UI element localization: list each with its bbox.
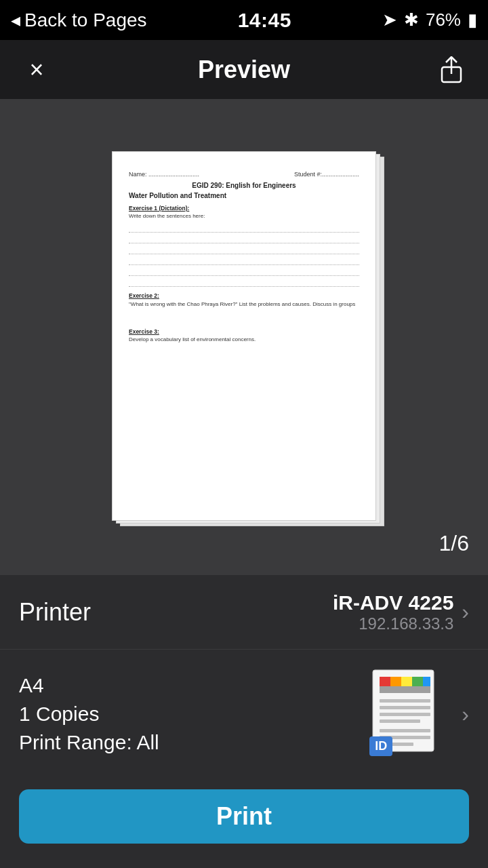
doc-line-6	[129, 276, 359, 287]
doc-exercise2-underline: Exercise 2:	[129, 292, 159, 299]
doc-exercise1-label: Exercise 1 (Dictation):	[129, 205, 359, 212]
id-badge: ID	[369, 736, 392, 756]
preview-area: Name: .............................. Stu…	[0, 100, 488, 575]
status-bar: ◂ Back to Pages 14:45 ➤ ✱ 76% ▮	[0, 0, 488, 40]
settings-copies: 1 Copies	[19, 703, 159, 726]
close-button[interactable]: ×	[19, 52, 54, 87]
share-button[interactable]	[434, 52, 469, 87]
svg-rect-8	[380, 699, 430, 703]
settings-right: ID ›	[369, 667, 469, 762]
close-icon: ×	[29, 56, 43, 84]
share-icon	[439, 56, 464, 83]
doc-name-label: Name: ..............................	[129, 171, 199, 178]
svg-rect-7	[380, 686, 430, 693]
printer-name: iR-ADV 4225	[333, 591, 453, 614]
bluetooth-icon: ✱	[404, 9, 419, 31]
settings-paper: A4	[19, 674, 159, 697]
settings-section[interactable]: A4 1 Copies Print Range: All	[0, 650, 488, 778]
doc-line-1	[129, 222, 359, 233]
doc-exercise1-underline: Exercise 1	[129, 205, 157, 212]
back-label: Back to Pages	[24, 9, 147, 31]
doc-exercise3-underline: Exercise 3:	[129, 328, 159, 335]
svg-rect-6	[423, 677, 430, 686]
print-button[interactable]: Print	[19, 789, 469, 844]
doc-exercise2-text: "What is wrong with the Chao Phraya Rive…	[129, 300, 359, 308]
battery-icon: ▮	[468, 9, 477, 31]
printer-info: iR-ADV 4225 192.168.33.3 ›	[333, 591, 469, 633]
settings-left: A4 1 Copies Print Range: All	[19, 674, 159, 754]
printer-ip: 192.168.33.3	[333, 614, 453, 633]
doc-exercise3-desc: Develop a vocabulary list of environment…	[129, 336, 359, 342]
location-icon: ➤	[382, 9, 397, 31]
doc-line-4	[129, 254, 359, 265]
doc-student-label: Student #:......................	[294, 171, 359, 178]
doc-subtitle: Water Pollution and Treatment	[129, 192, 359, 199]
svg-rect-2	[380, 677, 390, 686]
printer-chevron-icon: ›	[462, 599, 469, 625]
settings-chevron-icon: ›	[462, 702, 469, 727]
svg-rect-10	[380, 713, 430, 716]
doc-course-title: EGID 290: English for Engineers	[129, 182, 359, 189]
settings-range: Print Range: All	[19, 731, 159, 754]
svg-rect-12	[380, 729, 430, 732]
printer-label: Printer	[19, 598, 91, 627]
battery-percent: 76%	[426, 9, 461, 31]
document-stack: Name: .............................. Stu…	[112, 151, 376, 524]
svg-rect-5	[412, 677, 423, 686]
page-title: Preview	[198, 56, 290, 84]
svg-rect-9	[380, 706, 430, 709]
doc-lines	[129, 222, 359, 287]
nav-bar: × Preview	[0, 40, 488, 100]
print-icon-container: ID	[369, 667, 451, 762]
printer-section[interactable]: Printer iR-ADV 4225 192.168.33.3 ›	[0, 575, 488, 650]
doc-header-line: Name: .............................. Stu…	[129, 171, 359, 178]
svg-rect-11	[380, 719, 420, 723]
back-chevron-icon: ◂	[11, 9, 20, 31]
doc-exercise1-suffix: (Dictation):	[157, 205, 189, 212]
printer-details: iR-ADV 4225 192.168.33.3	[333, 591, 453, 633]
doc-exercise3-label: Exercise 3:	[129, 328, 359, 335]
print-button-area: Print	[0, 778, 488, 868]
page-count: 1/6	[439, 531, 469, 556]
doc-line-2	[129, 233, 359, 243]
doc-page-front: Name: .............................. Stu…	[112, 151, 376, 521]
svg-rect-3	[390, 677, 401, 686]
svg-rect-4	[401, 677, 412, 686]
back-to-pages[interactable]: ◂ Back to Pages	[11, 9, 147, 31]
status-time: 14:45	[238, 9, 291, 32]
doc-line-3	[129, 243, 359, 254]
doc-line-5	[129, 265, 359, 276]
status-icons: ➤ ✱ 76% ▮	[382, 9, 477, 31]
doc-exercise2-label: Exercise 2:	[129, 292, 359, 299]
doc-exercise1-desc: Write down the sentences here:	[129, 213, 359, 219]
